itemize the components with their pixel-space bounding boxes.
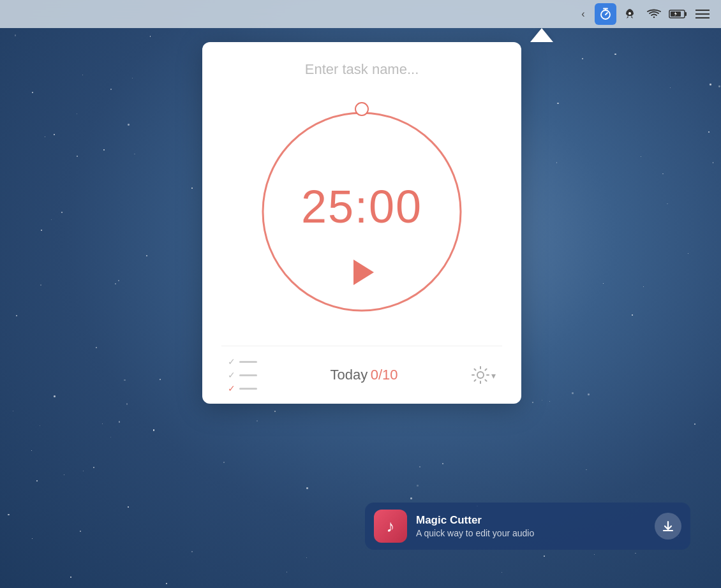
star [286, 571, 288, 573]
star [45, 136, 45, 137]
star [41, 230, 42, 231]
menubar-list-icon[interactable] [692, 3, 713, 25]
svg-line-2 [606, 13, 607, 15]
menubar-timer-icon[interactable] [595, 3, 616, 25]
notification-banner: ♪ Magic Cutter A quick way to edit your … [365, 503, 690, 550]
star [54, 134, 55, 135]
star [126, 403, 128, 404]
star [82, 75, 83, 75]
star [132, 78, 133, 78]
star [16, 315, 17, 316]
star [115, 283, 116, 284]
timer-knob[interactable] [355, 102, 369, 116]
notification-download-button[interactable] [655, 513, 681, 540]
star [8, 514, 9, 515]
menubar-chevron[interactable]: ‹ [574, 5, 592, 23]
settings-button[interactable]: ▾ [471, 365, 496, 385]
star [643, 286, 644, 288]
star [61, 212, 63, 213]
star [80, 531, 81, 532]
star [150, 36, 151, 36]
star [635, 553, 636, 554]
notification-subtitle: A quick way to edit your audio [416, 528, 646, 538]
task-name-input[interactable] [221, 61, 502, 78]
star [118, 280, 119, 281]
music-icon: ♪ [387, 517, 395, 536]
star [667, 203, 667, 204]
download-icon [661, 519, 675, 533]
timer-circle-wrapper: 25:00 [247, 97, 477, 327]
star [417, 485, 419, 487]
star [128, 124, 130, 126]
svg-point-12 [477, 372, 484, 378]
today-status: Today 0/10 [331, 367, 398, 383]
star [40, 284, 41, 286]
popup-arrow [530, 28, 553, 42]
popup-panel: 25:00 ✓ ✓ [202, 42, 521, 404]
today-count: 0/10 [371, 367, 398, 383]
star [134, 154, 135, 155]
star [502, 572, 502, 573]
timer-display: 25:00 [301, 180, 422, 233]
star [670, 87, 671, 88]
star [146, 255, 147, 256]
task-list-button[interactable]: ✓ ✓ ✓ [228, 356, 257, 393]
star [582, 58, 583, 59]
star [708, 131, 710, 133]
star [119, 421, 120, 422]
star [166, 583, 167, 584]
star [83, 471, 84, 471]
star [153, 429, 154, 430]
star [77, 114, 77, 114]
notification-text: Magic Cutter A quick way to edit your au… [416, 514, 646, 538]
star [641, 156, 641, 157]
star [713, 162, 713, 163]
popup-container: 25:00 ✓ ✓ [202, 28, 521, 404]
star [160, 379, 161, 380]
star [544, 555, 545, 557]
star [588, 393, 590, 395]
star [542, 400, 542, 401]
star [54, 395, 56, 397]
star [614, 54, 616, 55]
notification-app-icon: ♪ [374, 510, 407, 543]
star [103, 149, 105, 151]
star [51, 219, 52, 220]
star [32, 538, 33, 539]
star [96, 347, 97, 348]
play-button[interactable] [346, 256, 378, 288]
star [556, 162, 557, 163]
star [93, 467, 94, 468]
star [410, 497, 412, 499]
star [694, 423, 695, 425]
menubar-battery-icon[interactable] [667, 3, 689, 25]
star [102, 423, 103, 424]
star [191, 187, 193, 189]
menubar: ‹ [0, 0, 721, 28]
star [223, 462, 225, 463]
bottom-toolbar: ✓ ✓ ✓ Today 0/10 [221, 346, 502, 404]
menubar-rocket-icon[interactable] [619, 3, 641, 25]
star [110, 437, 111, 437]
timer-container: 25:00 [221, 91, 502, 333]
star [572, 392, 573, 393]
menubar-wifi-icon[interactable] [643, 3, 665, 25]
star [603, 283, 604, 284]
star [557, 103, 559, 105]
star [594, 554, 595, 555]
star [31, 450, 32, 451]
svg-point-4 [628, 12, 631, 15]
notification-title: Magic Cutter [416, 514, 646, 527]
star [15, 34, 16, 36]
star [662, 173, 663, 174]
star [718, 85, 720, 87]
star [128, 506, 129, 508]
star [306, 487, 308, 489]
star [632, 314, 633, 316]
star [586, 469, 587, 471]
star [532, 402, 534, 404]
checklist-icon: ✓ ✓ ✓ [228, 356, 257, 393]
star [442, 463, 443, 464]
star [124, 379, 126, 381]
star [64, 474, 64, 475]
